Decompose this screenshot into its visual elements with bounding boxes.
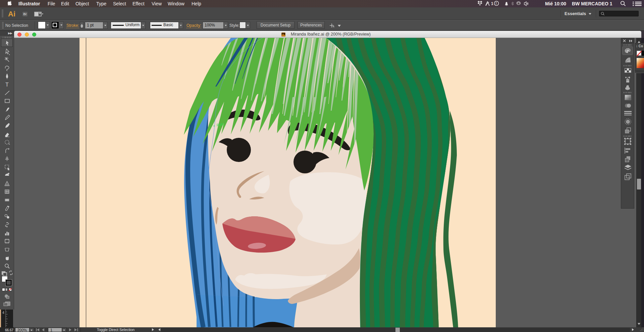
svg-text:!: ! <box>496 2 497 5</box>
svg-text:path: path <box>217 122 224 126</box>
svg-text:1: 1 <box>491 1 493 6</box>
svg-text:4: 4 <box>2 311 4 315</box>
svg-text:T: T <box>5 82 9 88</box>
